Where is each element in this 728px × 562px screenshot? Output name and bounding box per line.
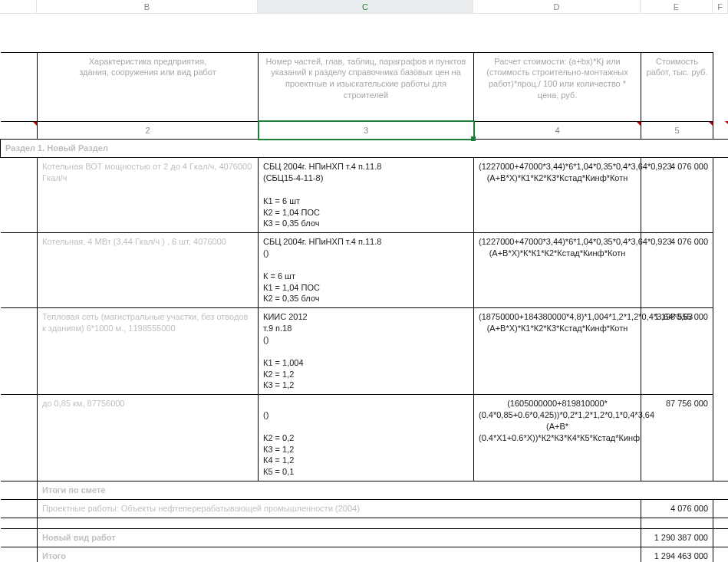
- totals-label[interactable]: Итого: [38, 547, 641, 562]
- cell-B[interactable]: до 0,85 км, 87756000: [38, 395, 259, 481]
- column-number-row: 2 3 4 5: [1, 121, 729, 140]
- cell-F[interactable]: [713, 499, 729, 518]
- col-header-D[interactable]: D: [473, 0, 641, 14]
- header-A[interactable]: [1, 52, 38, 121]
- totals-label[interactable]: Проектные работы: Объекты нефтеперерабат…: [38, 499, 641, 518]
- num-B[interactable]: 2: [38, 121, 259, 140]
- cell-A[interactable]: [1, 518, 38, 528]
- cell-C[interactable]: () К2 = 0,2 К3 = 1,2 К4 = 1,2 К5 = 0,1: [259, 395, 474, 481]
- num-A[interactable]: [1, 121, 38, 140]
- cell-A[interactable]: [1, 233, 38, 308]
- header-C[interactable]: Номер частей, глав, таблиц, параграфов и…: [259, 52, 474, 121]
- col-header-F[interactable]: F: [713, 0, 728, 14]
- gap-row: [1, 14, 729, 52]
- cell-E[interactable]: 87 756 000: [641, 395, 713, 481]
- cell-F[interactable]: [713, 158, 729, 233]
- cell-F[interactable]: [713, 518, 729, 528]
- header-B-text: Характеристика предприятия, здания, соор…: [79, 57, 216, 77]
- data-row: Тепловая сеть (магистральные участки, бе…: [1, 308, 729, 395]
- col-header-B[interactable]: B: [37, 0, 258, 14]
- col-header-A[interactable]: [0, 0, 37, 14]
- data-row: Котельная ВОТ мощностью от 2 до 4 Гкал/ч…: [1, 158, 729, 233]
- cell-F[interactable]: [713, 481, 729, 500]
- totals-heading-row: Итоги по смете: [1, 481, 729, 500]
- totals-gap: [1, 518, 729, 528]
- totals-value[interactable]: 1 290 387 000: [641, 528, 713, 547]
- totals-value[interactable]: 4 076 000: [641, 499, 713, 518]
- totals-row: Итого 1 294 463 000: [1, 547, 729, 562]
- cell-C[interactable]: КИИС 2012 т.9 п.18 () К1 = 1,004 К2 = 1,…: [259, 308, 474, 395]
- totals-row: Новый вид работ 1 290 387 000: [1, 528, 729, 547]
- col-header-E[interactable]: E: [641, 0, 713, 14]
- cell-F[interactable]: [713, 233, 729, 308]
- cell-A[interactable]: [1, 158, 38, 233]
- section-title[interactable]: Раздел 1. Новый Раздел: [1, 140, 729, 158]
- cell-F[interactable]: [713, 528, 729, 547]
- num-E[interactable]: 5: [641, 121, 713, 140]
- totals-row: Проектные работы: Объекты нефтеперерабат…: [1, 499, 729, 518]
- header-F[interactable]: [713, 52, 729, 121]
- section-row: Раздел 1. Новый Раздел: [1, 140, 729, 158]
- cell-gap[interactable]: [38, 518, 641, 528]
- cell-D[interactable]: (18750000+184380000*4,8)*1,004*1,2*1,2*0…: [474, 308, 641, 395]
- num-D[interactable]: 4: [474, 121, 641, 140]
- header-B[interactable]: Характеристика предприятия, здания, соор…: [38, 52, 259, 121]
- cell-A[interactable]: [1, 499, 38, 518]
- header-E[interactable]: Стоимость работ, тыс. руб.: [641, 52, 713, 121]
- cell-D[interactable]: (1605000000+819810000*(0.4*0,85+0.6*0,42…: [474, 395, 641, 481]
- cell-B[interactable]: Котельная, 4 МВт (3,44 Гкал/ч ) , 6 шт, …: [38, 233, 259, 308]
- cell-A[interactable]: [1, 481, 38, 500]
- cell-F[interactable]: [713, 547, 729, 562]
- cell-D[interactable]: (1227000+47000*3,44)*6*1,04*0,35*0,4*3,6…: [474, 233, 641, 308]
- cell-A[interactable]: [1, 528, 38, 547]
- cell-D[interactable]: (1227000+47000*3,44)*6*1,04*0,35*0,4*3,6…: [474, 158, 641, 233]
- header-C-text: Номер частей, глав, таблиц, параграфов и…: [266, 57, 466, 100]
- num-C[interactable]: 3: [259, 121, 474, 140]
- cell-B[interactable]: Котельная ВОТ мощностью от 2 до 4 Гкал/ч…: [38, 158, 259, 233]
- spreadsheet: B C D E F Характеристика предприятия, зд…: [0, 0, 728, 562]
- totals-heading[interactable]: Итоги по смете: [38, 481, 713, 500]
- column-header-row: B C D E F: [0, 0, 728, 14]
- num-F[interactable]: [713, 121, 729, 140]
- data-row: до 0,85 км, 87756000 () К2 = 0,2 К3 = 1,…: [1, 395, 729, 481]
- cell-A[interactable]: [1, 547, 38, 562]
- data-row: Котельная, 4 МВт (3,44 Гкал/ч ) , 6 шт, …: [1, 233, 729, 308]
- header-D[interactable]: Расчет стоимости: (a+bx)*Kj или (стоимос…: [474, 52, 641, 121]
- cell-B[interactable]: Тепловая сеть (магистральные участки, бе…: [38, 308, 259, 395]
- cell-A[interactable]: [1, 395, 38, 481]
- cell-gap[interactable]: [641, 518, 713, 528]
- grid-table: Характеристика предприятия, здания, соор…: [0, 14, 728, 562]
- header-row: Характеристика предприятия, здания, соор…: [1, 52, 729, 121]
- col-header-C[interactable]: C: [258, 0, 473, 14]
- cell-A[interactable]: [1, 308, 38, 395]
- cell-C[interactable]: СБЦ 2004г. НПиНХП т.4 п.11.8 () К = 6 шт…: [259, 233, 474, 308]
- totals-value[interactable]: 1 294 463 000: [641, 547, 713, 562]
- cell-F[interactable]: [713, 308, 729, 395]
- header-D-text: Расчет стоимости: (a+bx)*Kj или (стоимос…: [486, 57, 628, 100]
- header-E-text: Стоимость работ, тыс. руб.: [647, 57, 708, 77]
- cell-C[interactable]: СБЦ 2004г. НПиНХП т.4 п.11.8 (СБЦ15-4-11…: [259, 158, 474, 233]
- totals-label[interactable]: Новый вид работ: [38, 528, 641, 547]
- cell-F[interactable]: [713, 395, 729, 481]
